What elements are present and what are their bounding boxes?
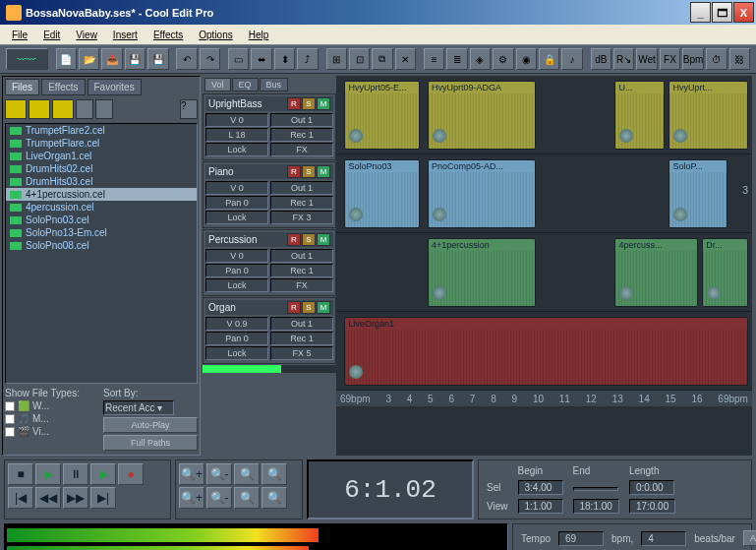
menu-effects[interactable]: Effects [145,28,191,42]
new-button[interactable]: 📄 [56,48,77,70]
rec-cell[interactable]: Rec 1 [270,196,333,210]
audio-clip[interactable]: LiveOrgan1 [344,317,747,386]
out-cell[interactable]: Out 1 [270,317,333,331]
file-item[interactable]: 4+1percussion.cel [6,188,197,201]
solo-button[interactable]: S [302,233,316,246]
track-name[interactable]: UprightBassRSM [205,96,333,111]
auto-play-button[interactable]: Auto-Play [103,417,198,433]
pan-cell[interactable]: Pan 0 [205,264,268,277]
sel-length-value[interactable]: 0:0.00 [629,480,674,495]
file-item[interactable]: TrumpetFlare.cel [6,137,197,150]
audio-clip[interactable]: SoloP... [669,159,727,228]
audio-clip[interactable]: U... [614,81,665,150]
stop-button[interactable]: ■ [8,463,33,485]
tool-move-button[interactable]: ⬌ [251,48,271,70]
sel-begin-value[interactable]: 3:4.00 [518,480,563,495]
clip-knob-icon[interactable] [433,129,446,143]
vol-cell[interactable]: V 0 [205,113,268,127]
clip-knob-icon[interactable] [433,208,446,221]
fx-cell[interactable]: FX 5 [270,346,333,360]
bus-button[interactable]: ◉ [516,48,537,70]
folder-open-icon[interactable] [5,99,27,119]
pan-cell[interactable]: L 18 [205,128,268,142]
fx-cell[interactable]: FX [270,143,333,156]
time-ruler[interactable]: 69bpm34567891011121314151669bpm [336,391,752,406]
bpm-button[interactable]: Bpm [682,48,704,70]
play-button[interactable]: ▶ [35,463,61,485]
audio-clip[interactable]: SoloPno03 [344,159,419,228]
out-cell[interactable]: Out 1 [270,113,333,127]
fx-rack-button[interactable]: ◈ [470,48,491,70]
vol-cell[interactable]: V 0 [205,181,268,195]
pan-cell[interactable]: Pan 0 [205,196,268,210]
lock-button[interactable]: 🔒 [539,48,559,70]
track-name[interactable]: OrganRSM [205,300,333,315]
save-as-button[interactable]: 💾 [147,48,168,70]
mute-button[interactable]: M [317,165,330,178]
snap-button[interactable]: ⊞ [326,48,347,70]
solo-button[interactable]: S [302,165,316,178]
clip-knob-icon[interactable] [433,286,446,300]
file-list[interactable]: TrumpetFlare2.celTrumpetFlare.celLiveOrg… [5,123,198,384]
zoom-left-button[interactable]: 🔍 [234,487,260,509]
zoom-out-h-button[interactable]: 🔍- [206,463,232,485]
timeline[interactable]: 2HvyUprt05-E...HvyUprt09-ADGAU...HvyUprt… [336,76,752,456]
play-loop-button[interactable]: ▶ [90,463,116,485]
fx-cell[interactable]: FX [270,278,333,292]
sort-select[interactable]: Recent Acc ▾ [103,400,174,415]
rec-cell[interactable]: Rec 1 [270,332,333,345]
menu-view[interactable]: View [68,28,105,42]
tab-effects[interactable]: Effects [41,79,85,95]
redo-button[interactable]: ↷ [200,48,220,70]
sel-end-value[interactable] [573,487,618,491]
view-length-value[interactable]: 17:0.00 [629,499,675,514]
tab-files[interactable]: Files [5,79,39,95]
file-item[interactable]: SoloPno03.cel [6,214,197,226]
folder-close-icon[interactable] [29,99,50,119]
track-tab-vol[interactable]: Vol [204,78,231,92]
zoom-in-h-button[interactable]: 🔍+ [179,463,204,485]
filter-midi-checkbox[interactable] [5,414,15,424]
menu-help[interactable]: Help [241,28,277,42]
tool-hybrid-button[interactable]: ⬍ [274,48,295,70]
misc-button[interactable]: ⛓ [729,48,750,70]
audio-clip[interactable]: 4percuss... [614,238,698,307]
record-arm-button[interactable]: R [287,233,301,246]
record-button[interactable]: ● [118,463,144,485]
rewind-button[interactable]: ◀◀ [35,487,61,509]
undo-button[interactable]: ↶ [176,48,197,70]
file-item[interactable]: SoloPno13-Em.cel [6,226,197,239]
menu-file[interactable]: File [4,28,35,42]
wet-button[interactable]: Wet [636,48,657,70]
db-button[interactable]: dB [591,48,611,70]
time-button[interactable]: ⏱ [706,48,727,70]
snap-zero-button[interactable]: ⊡ [349,48,370,70]
view-end-value[interactable]: 18:1.00 [573,499,619,514]
close-button[interactable]: X [733,2,754,23]
pause-button[interactable]: ⏸ [63,463,88,485]
out-cell[interactable]: Out 1 [270,181,333,195]
tab-favorites[interactable]: Favorites [87,79,142,95]
filter-wav-checkbox[interactable] [5,401,15,411]
mixer-button[interactable]: ⚙ [493,48,513,70]
track-name[interactable]: PercussionRSM [205,232,333,247]
menu-insert[interactable]: Insert [105,28,145,42]
rec-cell[interactable]: Rec 1 [270,264,333,277]
waveform-view-button[interactable]: 〰〰 [6,48,48,70]
env-pan-button[interactable]: ≣ [446,48,467,70]
lock-cell[interactable]: Lock [205,278,268,292]
audio-clip[interactable]: 4+1percussion [428,238,536,307]
crossfade-button[interactable]: ✕ [395,48,416,70]
go-end-button[interactable]: ▶| [90,487,116,509]
fx-cell[interactable]: FX 3 [270,211,333,224]
record-arm-button[interactable]: R [287,97,301,110]
tool-env-button[interactable]: ⤴ [297,48,318,70]
audio-clip[interactable]: HvyUprt09-ADGA [428,81,536,150]
maximize-button[interactable]: 🗖 [712,2,732,23]
zoom-sel-button[interactable]: 🔍 [262,463,287,485]
track-scroll[interactable] [203,365,336,373]
vol-cell[interactable]: V 0.9 [205,317,268,331]
record-arm-button[interactable]: R [287,165,301,178]
vol-cell[interactable]: V 0 [205,249,268,263]
file-item[interactable]: LiveOrgan1.cel [6,150,197,162]
